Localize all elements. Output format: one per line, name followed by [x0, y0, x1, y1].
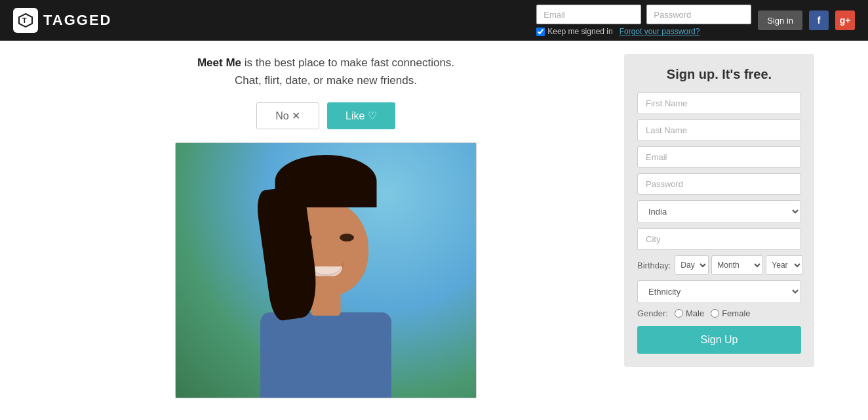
- male-radio[interactable]: [675, 309, 683, 318]
- signup-button[interactable]: Sign Up: [637, 326, 801, 354]
- portrait-figure: [227, 148, 424, 398]
- country-select[interactable]: India United States United Kingdom Canad…: [637, 200, 801, 223]
- city-input[interactable]: [637, 228, 801, 250]
- keep-signed-label[interactable]: Keep me signed in: [536, 27, 612, 36]
- female-option[interactable]: Female: [711, 308, 750, 318]
- header-top-row: [536, 5, 751, 24]
- female-radio[interactable]: [711, 309, 719, 318]
- email-input[interactable]: [536, 5, 641, 24]
- password-field[interactable]: [637, 173, 801, 195]
- ethnicity-select[interactable]: Ethnicity Asian Black/African Hispanic/L…: [637, 280, 801, 303]
- left-section: Meet Me is the best place to make fast c…: [54, 54, 598, 398]
- logo-text: TAGGED: [43, 12, 111, 29]
- signup-panel: Sign up. It's free. India United States …: [624, 54, 814, 367]
- male-option[interactable]: Male: [675, 308, 704, 318]
- gender-label: Gender:: [637, 308, 668, 318]
- day-select[interactable]: Day 1 2 3: [675, 255, 709, 275]
- forgot-password-link[interactable]: Forgot your password?: [620, 27, 700, 36]
- sign-in-button[interactable]: Sign in: [758, 10, 802, 30]
- header-bottom-row: Keep me signed in Forgot your password?: [536, 27, 751, 36]
- birthday-row: Birthday: Day 1 2 3 Month January Februa…: [637, 255, 801, 275]
- tagline: Meet Me is the best place to make fast c…: [197, 54, 454, 89]
- logo-icon: T: [13, 8, 38, 33]
- tagline-bold: Meet Me: [197, 56, 241, 69]
- gender-row: Gender: Male Female: [637, 308, 801, 318]
- month-select[interactable]: Month January February March: [711, 255, 763, 275]
- header-inputs: Keep me signed in Forgot your password?: [536, 5, 751, 36]
- right-eye: [340, 234, 354, 242]
- year-select[interactable]: Year 2000 1995 1990: [766, 255, 803, 275]
- header: T TAGGED Keep me signed in Forgot your p…: [0, 0, 868, 41]
- no-button[interactable]: No ✕: [256, 102, 319, 129]
- action-buttons: No ✕ Like ♡: [256, 102, 395, 129]
- main-content: Meet Me is the best place to make fast c…: [41, 41, 827, 411]
- signup-title: Sign up. It's free.: [637, 67, 801, 82]
- birthday-selects: Day 1 2 3 Month January February March Y…: [675, 255, 803, 275]
- svg-text:T: T: [22, 16, 27, 24]
- google-plus-button[interactable]: g+: [835, 10, 855, 30]
- shirt: [260, 312, 391, 398]
- last-name-input[interactable]: [637, 119, 801, 141]
- password-input[interactable]: [646, 5, 751, 24]
- email-field[interactable]: [637, 146, 801, 168]
- header-right: Keep me signed in Forgot your password? …: [536, 5, 855, 36]
- birthday-label: Birthday:: [637, 261, 671, 270]
- profile-photo: [175, 142, 477, 398]
- first-name-input[interactable]: [637, 93, 801, 114]
- logo-area: T TAGGED: [13, 8, 111, 33]
- portrait-background: [176, 143, 476, 398]
- facebook-button[interactable]: f: [809, 10, 829, 30]
- like-button[interactable]: Like ♡: [327, 102, 395, 129]
- keep-signed-checkbox[interactable]: [536, 28, 545, 36]
